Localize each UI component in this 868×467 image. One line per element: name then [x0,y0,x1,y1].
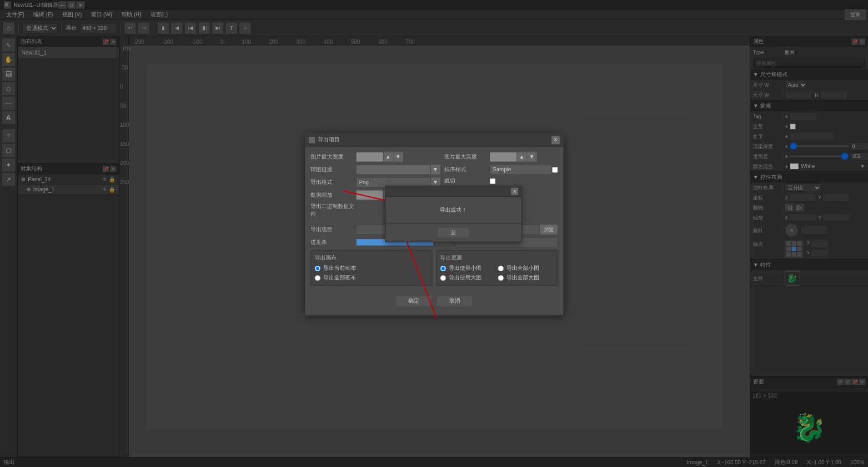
max-height-input[interactable]: 1024 [490,152,517,162]
success-close-button[interactable]: ✕ [511,188,518,195]
export-cancel-button[interactable]: 取消 [437,295,473,307]
export-all-small-label: 导出全部小图 [507,264,539,272]
export-close-button[interactable]: ✕ [552,136,560,144]
output-label: 导出项目 [311,226,356,234]
crop-label: 裁切 [444,177,490,185]
export-resources-title: 导出资源 [440,254,554,262]
export-all-large-label: 导出全部大图 [507,274,539,282]
export-crop-row: 裁切 [444,177,558,185]
export-confirm-button[interactable]: 确定 [396,295,432,307]
export-all-small[interactable]: 导出全部小图 [498,264,554,272]
export-current-canvas-radio[interactable] [315,265,321,271]
export-use-small[interactable]: 导出使用小图 [440,264,496,272]
export-dialog-title: 导出项目 [318,136,340,144]
success-confirm-button[interactable]: 是 [437,227,469,238]
success-title-bar: ✕ [386,186,521,197]
export-all-small-radio[interactable] [498,265,504,271]
export-atlas-row: 碎图链接 ▼ [311,164,441,174]
export-use-small-radio[interactable] [440,265,446,271]
export-all-canvas-radio[interactable] [315,275,321,281]
atlas-input[interactable] [356,164,431,174]
scale-label: 数据缩放 [311,191,356,199]
max-height-label: 图片最大高度 [444,153,490,161]
export-all-large[interactable]: 导出全部大图 [498,274,554,282]
sort-label: 排序样式 [444,166,490,174]
format-label: 导出格式 [311,179,356,186]
export-use-large-radio[interactable] [440,275,446,281]
export-canvas-section: 导出画布 导出当前画布 导出全部画布 [311,250,432,286]
binary-label: 导出二进制数据文件 [311,203,356,218]
max-height-up[interactable]: ▲ [517,152,527,162]
export-current-canvas[interactable]: 导出当前画布 [315,264,428,272]
max-width-label: 图片最大宽度 [311,153,356,161]
sort-input[interactable] [490,164,552,174]
export-canvas-title: 导出画布 [315,254,428,262]
export-use-large-label: 导出使用大图 [449,274,482,282]
success-body: 导出成功！ [386,197,521,223]
success-message: 导出成功！ [440,207,467,213]
export-all-canvas-label: 导出全部画布 [323,274,356,282]
crop-check[interactable] [490,178,496,184]
export-max-width-row: 图片最大宽度 1024 ▲ ▼ [311,152,441,162]
success-dialog: ✕ 导出成功！ 是 [385,186,522,242]
atlas-btn[interactable]: ▼ [431,164,441,174]
success-footer: 是 [386,223,521,242]
atlas-label: 碎图链接 [311,166,356,174]
max-width-down[interactable]: ▼ [393,152,403,162]
export-title-icon [309,137,315,143]
progress-label: 进度条 [311,238,356,246]
export-dialog-title-bar: 导出项目 ✕ [305,134,563,146]
max-width-up[interactable]: ▲ [383,152,393,162]
browse-button[interactable]: 浏览 [540,224,558,234]
export-sections-row: 导出画布 导出当前画布 导出全部画布 导出资源 [311,250,558,288]
export-current-canvas-label: 导出当前画布 [323,264,356,272]
max-width-input[interactable]: 1024 [356,152,383,162]
export-res-radio-grid: 导出使用小图 导出全部小图 导出使用大图 导出全部大图 [440,264,554,282]
export-sort-row: 排序样式 [444,164,558,174]
export-use-large[interactable]: 导出使用大图 [440,274,496,282]
export-resources-section: 导出资源 导出使用小图 导出全部小图 导出使用大图 [436,250,558,286]
max-height-down[interactable]: ▼ [527,152,537,162]
export-all-canvas[interactable]: 导出全部画布 [315,274,428,282]
export-all-large-radio[interactable] [498,275,504,281]
export-use-small-label: 导出使用小图 [449,264,482,272]
scale-input[interactable]: 100 [356,190,383,200]
sort-check[interactable] [552,167,558,173]
export-max-height-row: 图片最大高度 1024 ▲ ▼ [444,152,558,162]
dialog-overlay: 导出项目 ✕ 图片最大宽度 1024 ▲ ▼ 碎图链接 ▼ [0,0,868,467]
export-dialog-footer: 确定 取消 [311,292,558,309]
export-canvas-radio-group: 导出当前画布 导出全部画布 [315,264,428,282]
